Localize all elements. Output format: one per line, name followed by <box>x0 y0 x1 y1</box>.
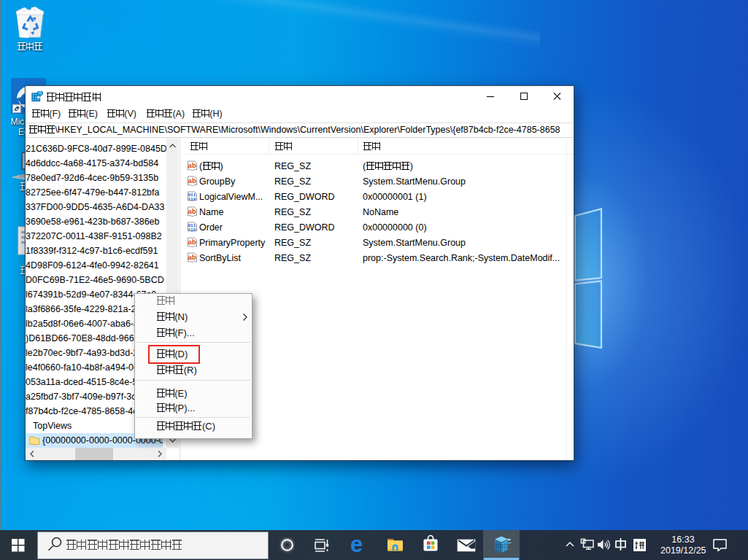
svg-text:ab: ab <box>188 238 196 246</box>
svg-text:ab: ab <box>188 253 196 261</box>
svg-text:ab: ab <box>188 176 196 184</box>
svg-text:110: 110 <box>188 197 196 202</box>
svg-text:110: 110 <box>188 228 196 233</box>
svg-text:ab: ab <box>188 207 196 215</box>
svg-text:ab: ab <box>188 161 196 169</box>
